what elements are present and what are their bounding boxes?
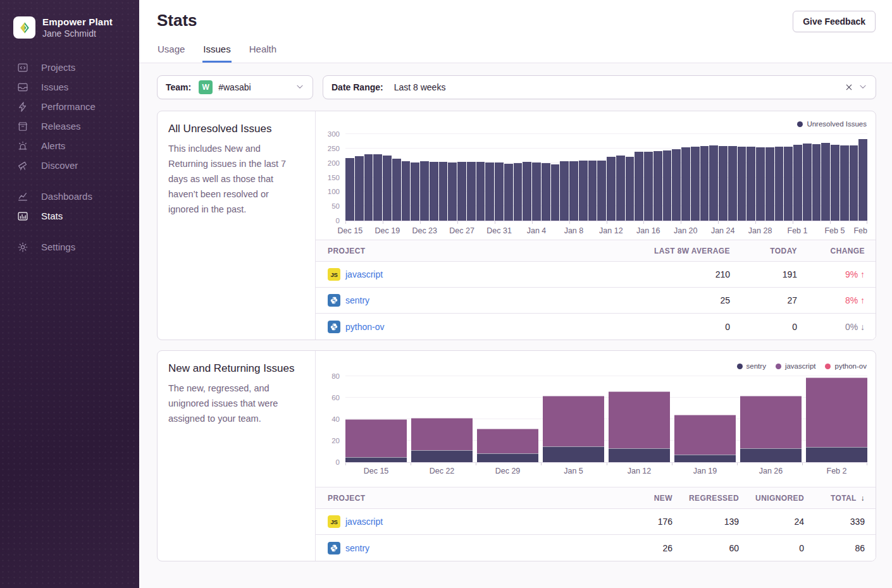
x-tick-label: Dec 23 [412, 226, 437, 235]
x-tick-label: Jan 28 [748, 226, 772, 235]
sidebar-item-dashboards[interactable]: Dashboards [0, 187, 139, 206]
legend-label: javascript [785, 362, 816, 370]
column-header-regressed[interactable]: REGRESSED [672, 494, 739, 503]
sidebar-item-label: Issues [41, 82, 68, 92]
sidebar-item-issues[interactable]: Issues [0, 77, 139, 97]
column-header-unignored[interactable]: UNIGNORED [739, 494, 804, 503]
x-tick [643, 221, 644, 224]
panel-title: All Unresolved Issues [168, 123, 301, 135]
project-cell: sentry [328, 294, 629, 307]
bar [411, 162, 419, 221]
sidebar-item-label: Releases [41, 121, 81, 132]
bar [663, 150, 672, 221]
clear-date-range-icon[interactable] [845, 83, 853, 92]
legend-item-unresolved-issues[interactable]: Unresolved Issues [797, 120, 867, 128]
x-tick-label: Feb 5 [824, 226, 845, 235]
bar [765, 147, 774, 221]
legend-item-javascript[interactable]: javascript [776, 362, 816, 370]
bar [803, 144, 812, 221]
stacked-bar-dec-15 [345, 377, 407, 462]
bar [850, 145, 858, 221]
bar [383, 156, 392, 221]
project-link-sentry[interactable]: sentry [345, 543, 369, 553]
x-tick [607, 221, 607, 224]
sidebar-item-stats[interactable]: Stats [0, 206, 139, 226]
sidebar-item-projects[interactable]: Projects [0, 58, 139, 77]
bar [373, 154, 382, 221]
legend-item-python-ov[interactable]: python-ov [825, 362, 867, 370]
bar [495, 162, 504, 221]
releases-icon [17, 121, 28, 132]
tab-health[interactable]: Health [249, 37, 277, 63]
table-header-row: PROJECTNEWREGRESSEDUNIGNOREDTOTAL ↓ [316, 487, 876, 509]
value-cell: 0 [730, 322, 797, 332]
change-cell: 8% ↑ [797, 295, 865, 305]
chart-legend: sentryjavascriptpython-ov [316, 361, 876, 371]
x-tick [672, 463, 672, 465]
value-cell: 0 [739, 543, 804, 553]
chart-y-axis: 050100150200250300 [316, 135, 340, 221]
stacked-bar-dec-29 [477, 377, 538, 462]
tab-issues[interactable]: Issues [202, 37, 231, 63]
bar [644, 152, 653, 221]
table-row-sentry: sentry2660086 [316, 535, 876, 561]
bar [430, 162, 438, 221]
project-cell: JSjavascript [328, 515, 606, 528]
bar [831, 145, 839, 221]
x-tick-label: Feb [853, 226, 867, 235]
y-tick-label: 200 [328, 159, 340, 167]
x-tick [802, 463, 803, 465]
sidebar-item-alerts[interactable]: Alerts [0, 136, 139, 156]
y-tick-label: 0 [336, 458, 340, 466]
change-cell: 9% ↑ [797, 269, 865, 279]
column-header-new[interactable]: NEW [606, 494, 672, 503]
project-link-javascript[interactable]: javascript [345, 517, 383, 527]
date-range-label: Date Range: [331, 82, 383, 92]
legend-dot-icon [737, 364, 743, 369]
x-tick [495, 221, 495, 224]
give-feedback-button[interactable]: Give Feedback [793, 11, 876, 32]
team-select[interactable]: Team: W #wasabi [157, 75, 313, 99]
y-tick-label: 40 [331, 415, 340, 423]
bar [392, 159, 401, 221]
sidebar-item-discover[interactable]: Discover [0, 156, 139, 175]
project-link-python-ov[interactable]: python-ov [345, 322, 384, 332]
project-link-sentry[interactable]: sentry [345, 295, 369, 305]
x-tick [532, 221, 533, 224]
bar [514, 163, 523, 221]
bar [551, 164, 560, 221]
x-tick-label: Dec 15 [345, 467, 407, 475]
y-tick-label: 80 [331, 372, 340, 380]
value-cell: 26 [606, 543, 672, 553]
x-tick [541, 463, 542, 465]
tab-bar: Usage Issues Health [139, 37, 892, 63]
column-header-today: TODAY [730, 247, 797, 255]
x-tick [411, 463, 411, 465]
dashboards-icon [17, 191, 28, 202]
project-link-javascript[interactable]: javascript [345, 269, 383, 279]
column-header-total[interactable]: TOTAL ↓ [804, 494, 865, 503]
panel-all-unresolved-issues: All Unresolved Issues This includes New … [157, 111, 876, 340]
javascript-project-icon: JS [328, 515, 340, 528]
tab-usage[interactable]: Usage [157, 37, 185, 63]
unresolved-issues-table: PROJECTLAST 8W AVERAGETODAYCHANGEJSjavas… [316, 240, 876, 340]
org-switcher[interactable]: Empower Plant Jane Schmidt [0, 16, 139, 39]
stacked-bar-jan-12 [609, 377, 670, 462]
performance-icon [17, 101, 28, 113]
sidebar-item-settings[interactable]: Settings [0, 237, 139, 257]
stacked-bar-feb-2 [806, 377, 867, 462]
sidebar-item-performance[interactable]: Performance [0, 97, 139, 116]
x-tick-label: Jan 12 [609, 467, 670, 475]
x-tick-label: Feb 1 [788, 226, 808, 235]
x-tick [476, 463, 476, 465]
sidebar-item-releases[interactable]: Releases [0, 116, 139, 136]
bar [681, 147, 690, 221]
y-tick-label: 300 [328, 130, 340, 138]
chart-y-axis: 020406080 [316, 377, 340, 462]
legend-item-sentry[interactable]: sentry [737, 362, 766, 370]
value-cell: 139 [672, 517, 739, 527]
x-tick-label: Dec 15 [338, 226, 363, 235]
stacked-bar-jan-19 [674, 377, 736, 462]
date-range-select[interactable]: Date Range: Last 8 weeks [323, 75, 876, 99]
legend-label: python-ov [834, 362, 867, 370]
